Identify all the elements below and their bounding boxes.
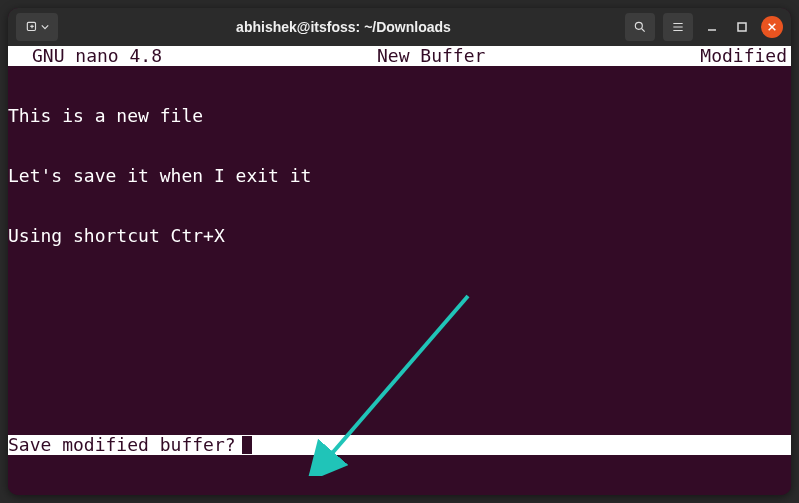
cursor xyxy=(242,436,252,454)
nano-shortcuts: Y Yes N No^C Cancel xyxy=(8,455,791,495)
content-line: This is a new file xyxy=(8,106,791,126)
save-prompt: Save modified buffer? xyxy=(8,435,791,455)
maximize-button[interactable] xyxy=(731,16,753,38)
nano-modified-flag: Modified xyxy=(700,46,791,66)
terminal-window: abhishek@itsfoss: ~/Downloads GNU nano 4… xyxy=(8,8,791,495)
nano-header: GNU nano 4.8 New Buffer Modified xyxy=(8,46,791,66)
close-button[interactable] xyxy=(761,16,783,38)
svg-rect-2 xyxy=(738,23,746,31)
svg-line-3 xyxy=(328,296,468,458)
editor-content: This is a new file Let's save it when I … xyxy=(8,66,791,286)
minimize-button[interactable] xyxy=(701,16,723,38)
search-button[interactable] xyxy=(625,13,655,41)
content-line: Let's save it when I exit it xyxy=(8,166,791,186)
prompt-text: Save modified buffer? xyxy=(8,435,236,455)
minimize-icon xyxy=(706,21,718,33)
chevron-down-icon xyxy=(41,23,49,31)
menu-button[interactable] xyxy=(663,13,693,41)
terminal-area[interactable]: GNU nano 4.8 New Buffer Modified This is… xyxy=(8,46,791,495)
nano-buffer-name: New Buffer xyxy=(162,46,700,66)
nano-version: GNU nano 4.8 xyxy=(8,46,162,66)
search-icon xyxy=(633,20,647,34)
hamburger-icon xyxy=(671,20,685,34)
new-tab-icon xyxy=(25,20,39,34)
close-icon xyxy=(767,22,777,32)
window-title: abhishek@itsfoss: ~/Downloads xyxy=(62,19,625,35)
content-line: Using shortcut Ctr+X xyxy=(8,226,791,246)
titlebar: abhishek@itsfoss: ~/Downloads xyxy=(8,8,791,46)
maximize-icon xyxy=(736,21,748,33)
svg-point-1 xyxy=(635,22,642,29)
new-tab-button[interactable] xyxy=(16,13,58,41)
